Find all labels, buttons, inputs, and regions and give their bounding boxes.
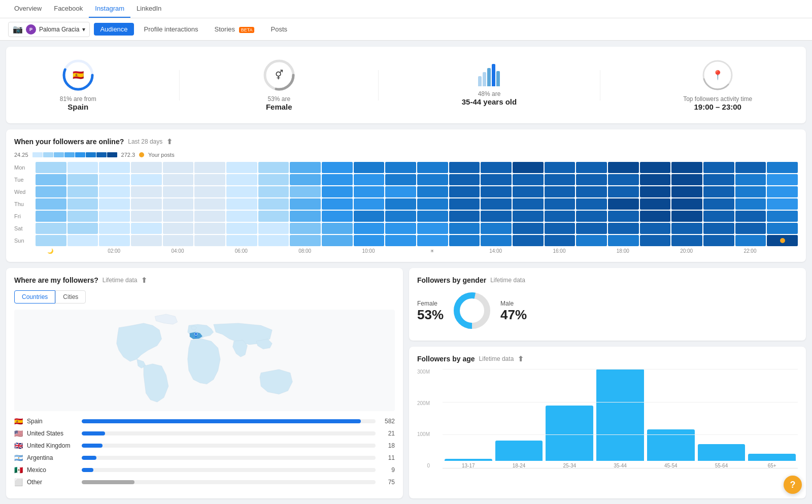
heatmap-cell xyxy=(36,186,66,197)
heatmap-cell xyxy=(67,235,98,246)
top-navigation: Overview Facebook Instagram LinkedIn xyxy=(0,0,812,18)
nav-instagram[interactable]: Instagram xyxy=(89,0,130,18)
chart-area: 13-17 18-24 25-34 xyxy=(443,369,798,468)
tab-profile-interactions[interactable]: Profile interactions xyxy=(138,23,205,36)
gender-label: 53% are xyxy=(266,95,292,103)
age-bar-group-2534: 25-34 xyxy=(546,369,593,468)
heatmap-cell xyxy=(99,223,130,234)
tab-posts[interactable]: Posts xyxy=(264,23,293,36)
heatmap-cell xyxy=(258,211,289,222)
heatmap-cell xyxy=(99,174,130,185)
tab-cities[interactable]: Cities xyxy=(55,290,86,304)
legend-min: 24.25 xyxy=(14,152,28,158)
heatmap-cell xyxy=(703,186,734,197)
x-label-1000: 10:00 xyxy=(353,248,385,254)
heatmap-cell xyxy=(545,223,576,234)
day-label-sat: Sat xyxy=(14,223,35,234)
heatmap-cell xyxy=(545,186,576,197)
country-bar-bg-argentina xyxy=(82,456,376,460)
gender-male-stat: Male 47% xyxy=(500,300,527,323)
heatmap-cell xyxy=(545,162,576,173)
nav-facebook[interactable]: Facebook xyxy=(48,0,89,18)
heatmap-cell xyxy=(258,198,289,210)
country-name-us: United States xyxy=(27,430,78,437)
heatmap-cell xyxy=(735,211,766,222)
flag-spain: 🇪🇸 xyxy=(14,417,23,425)
day-label-mon: Mon xyxy=(14,162,35,173)
heatmap-cell xyxy=(194,186,225,197)
heatmap-cell xyxy=(131,186,162,197)
age-bar-group-65plus: 65+ xyxy=(748,369,796,468)
x-label-2200: 22:00 xyxy=(734,248,766,254)
heatmap-cell xyxy=(258,162,289,173)
country-bar-bg-uk xyxy=(82,444,376,448)
heatmap-cell xyxy=(576,223,607,234)
x-label-2000: 20:00 xyxy=(670,248,702,254)
heatmap-cell xyxy=(671,235,702,246)
heatmap-cell xyxy=(513,211,544,222)
heatmap-cell xyxy=(194,211,225,222)
age-bars: 13-17 18-24 25-34 xyxy=(443,369,798,468)
heatmap-x-axis: 🌙 02:00 04:00 06:00 08:00 10:00 ☀ 14:00 … xyxy=(14,248,798,254)
flag-other: ⬜ xyxy=(14,478,23,486)
heatmap-cell xyxy=(258,186,289,197)
heatmap-cell xyxy=(226,211,257,222)
heatmap-cell xyxy=(99,198,130,210)
heatmap-cell xyxy=(258,235,289,246)
heatmap-cell xyxy=(67,186,98,197)
age-bar-3544 xyxy=(596,369,644,461)
heatmap-cell xyxy=(417,235,448,246)
heatmap-cell xyxy=(417,162,448,173)
age-bar-group-1317: 13-17 xyxy=(445,369,492,468)
country-row-spain: 🇪🇸 Spain 582 xyxy=(14,417,395,425)
nav-linkedin[interactable]: LinkedIn xyxy=(130,0,167,18)
nav-overview[interactable]: Overview xyxy=(8,0,48,18)
age-export-icon[interactable]: ⬆ xyxy=(518,355,524,363)
heatmap-cell xyxy=(99,186,130,197)
heatmap-cell xyxy=(545,174,576,185)
heatmap-cell xyxy=(671,223,702,234)
heatmap-cell xyxy=(163,162,194,173)
heatmap-cell xyxy=(576,235,607,246)
heatmap-cell xyxy=(385,223,416,234)
heatmap-cell xyxy=(767,174,798,185)
country-name-other: Other xyxy=(27,479,78,486)
account-selector[interactable]: 📷 P Paloma Gracia ▾ xyxy=(8,22,90,37)
heatmap-cell xyxy=(608,198,639,210)
heatmap-cell xyxy=(703,174,734,185)
location-export-icon[interactable]: ⬆ xyxy=(141,276,147,284)
location-subtitle: Lifetime data xyxy=(103,277,138,284)
heatmap-cell xyxy=(163,198,194,210)
export-icon[interactable]: ⬆ xyxy=(166,138,173,146)
help-button[interactable]: ? xyxy=(784,476,802,494)
country-row-argentina: 🇦🇷 Argentina 11 xyxy=(14,454,395,462)
tab-countries[interactable]: Countries xyxy=(14,290,55,304)
gender-subtitle: Lifetime data xyxy=(490,277,525,284)
heatmap-cell xyxy=(226,223,257,234)
heatmap-cell xyxy=(576,198,607,210)
tab-stories[interactable]: Stories BETA xyxy=(209,23,261,36)
country-count-argentina: 11 xyxy=(380,454,395,461)
country-value: Spain xyxy=(60,103,96,111)
heatmap-cell xyxy=(481,223,512,234)
heatmap-cell xyxy=(322,235,353,246)
heatmap-cell xyxy=(449,211,480,222)
avatar: P xyxy=(26,24,36,35)
flag-uk: 🇬🇧 xyxy=(14,442,23,450)
heatmap-cell xyxy=(671,211,702,222)
age-bar-1824 xyxy=(495,441,543,461)
heatmap-cell xyxy=(36,235,66,246)
heatmap-cell xyxy=(226,235,257,246)
two-column-section: Where are my followers? Lifetime data ⬆ … xyxy=(6,268,806,498)
heatmap-cell xyxy=(449,162,480,173)
age-title: Followers by age Lifetime data ⬆ xyxy=(417,355,798,363)
tab-audience[interactable]: Audience xyxy=(94,23,133,36)
age-bar-2534 xyxy=(546,406,593,461)
gender-stats: Female 53% Male 47% xyxy=(417,290,798,332)
heatmap-cell xyxy=(513,186,544,197)
heatmap-cell xyxy=(226,198,257,210)
x-label-1400: 14:00 xyxy=(480,248,512,254)
heatmap-cell xyxy=(513,198,544,210)
x-label-0800: 08:00 xyxy=(289,248,321,254)
heatmap-cell xyxy=(354,198,385,210)
